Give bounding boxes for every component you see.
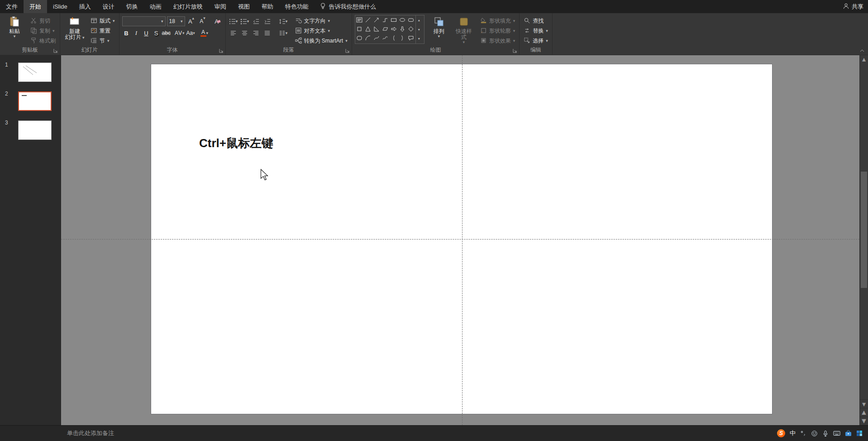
gallery-scroll-down-icon[interactable]: ▾ (416, 25, 422, 34)
align-text-button[interactable]: 对齐文本▾ (294, 26, 349, 36)
shape-left-brace-icon[interactable] (390, 34, 398, 43)
section-button[interactable]: 节▾ (89, 36, 116, 46)
decrease-indent-button[interactable] (251, 16, 261, 26)
notes-placeholder[interactable]: 单击此处添加备注 (67, 429, 114, 437)
find-button[interactable]: 查找 (522, 16, 549, 26)
shape-rounded-rectangle-2-icon[interactable] (355, 34, 364, 43)
align-left-button[interactable] (229, 28, 238, 38)
slide-1-thumbnail[interactable] (18, 62, 52, 82)
ime-keyboard-icon[interactable] (833, 431, 840, 436)
copy-button[interactable]: 复制▾ (29, 26, 57, 36)
menu-tab-help[interactable]: 帮助 (256, 0, 279, 13)
clear-formatting-button[interactable]: A (213, 16, 223, 26)
menu-tab-special-features[interactable]: 特色功能 (279, 0, 315, 13)
shape-arrow-down-icon[interactable] (398, 24, 407, 34)
text-direction-button[interactable]: 文字方向▾ (294, 16, 349, 26)
next-slide-button[interactable]: ▼ (860, 417, 868, 425)
slide-text[interactable]: Ctrl+鼠标左键 (199, 135, 273, 151)
paste-button[interactable]: 粘贴▾ (3, 15, 26, 38)
previous-slide-button[interactable]: ▲ (860, 408, 868, 417)
shape-rectangle-icon[interactable] (390, 15, 398, 24)
gallery-more-icon[interactable]: ▾ (416, 34, 422, 43)
align-center-button[interactable] (240, 28, 250, 38)
shape-line-icon[interactable] (364, 15, 372, 24)
character-spacing-button[interactable]: AV▾ (175, 28, 185, 38)
share-button[interactable]: 共享 (843, 0, 863, 13)
menu-tab-insert[interactable]: 插入 (73, 0, 97, 13)
grow-font-button[interactable]: A▴ (186, 16, 196, 26)
shape-right-triangle-icon[interactable] (372, 24, 381, 34)
arrange-button[interactable]: 排列▾ (427, 15, 451, 38)
replace-button[interactable]: 替换▾ (522, 26, 549, 36)
menu-tab-design[interactable]: 设计 (97, 0, 120, 13)
ime-punctuation-icon[interactable] (800, 430, 806, 436)
slide-3-thumbnail[interactable] (18, 120, 52, 140)
font-name-combo[interactable]: ▾ (122, 16, 166, 26)
scrollbar-thumb[interactable] (861, 172, 867, 288)
columns-button[interactable]: ▾ (278, 28, 288, 38)
scroll-up-icon[interactable]: ▴ (860, 55, 868, 63)
menu-tab-file[interactable]: 文件 (0, 0, 24, 13)
bullets-button[interactable]: ▾ (229, 16, 238, 26)
scroll-down-icon[interactable]: ▾ (860, 399, 868, 408)
menu-tab-transitions[interactable]: 切换 (120, 0, 144, 13)
shape-triangle-icon[interactable] (364, 24, 372, 34)
select-button[interactable]: 选择▾ (522, 36, 549, 46)
cut-button[interactable]: 剪切 (29, 16, 57, 26)
strikethrough-button[interactable]: abc (162, 28, 171, 38)
shape-callout-icon[interactable] (407, 34, 415, 43)
layout-button[interactable]: 版式▾ (89, 16, 116, 26)
shape-elbow-connector-icon[interactable] (381, 15, 390, 24)
menu-tab-islide[interactable]: iSlide (47, 0, 73, 13)
line-spacing-button[interactable]: ▾ (278, 16, 288, 26)
shape-scribble-icon[interactable] (381, 34, 390, 43)
shape-parallelogram-icon[interactable] (381, 24, 390, 34)
change-case-button[interactable]: Aa▾ (186, 28, 195, 38)
collapse-ribbon-button[interactable] (858, 48, 866, 54)
clipboard-dialog-launcher-icon[interactable] (53, 48, 58, 53)
menu-tab-slideshow[interactable]: 幻灯片放映 (167, 0, 209, 13)
ime-voice-icon[interactable] (822, 430, 829, 437)
menu-tab-review[interactable]: 审阅 (209, 0, 232, 13)
sogou-logo-icon[interactable]: S (777, 429, 785, 437)
font-dialog-launcher-icon[interactable] (219, 48, 224, 53)
format-painter-button[interactable]: 格式刷 (29, 36, 57, 46)
editing-canvas[interactable]: Ctrl+鼠标左键 (61, 55, 859, 425)
reset-button[interactable]: 重置 (89, 26, 116, 36)
font-size-combo[interactable]: 18▾ (167, 16, 185, 26)
shape-oval-icon[interactable] (398, 15, 407, 24)
justify-button[interactable] (262, 28, 272, 38)
quick-styles-button[interactable]: 快速样式▾ (453, 15, 474, 44)
menu-tab-view[interactable]: 视图 (232, 0, 256, 13)
tell-me-box[interactable]: 告诉我你想做什么 (315, 0, 382, 13)
vertical-scrollbar[interactable]: ▴ ▾ ▲ ▼ (859, 55, 868, 425)
shape-outline-button[interactable]: 形状轮廓▾ (479, 26, 517, 36)
shape-diamond-icon[interactable] (407, 24, 415, 34)
shape-arc-icon[interactable] (364, 34, 372, 43)
align-right-button[interactable] (251, 28, 261, 38)
drawing-dialog-launcher-icon[interactable] (512, 48, 518, 53)
bold-button[interactable]: B (122, 28, 131, 38)
text-shadow-button[interactable]: S (152, 28, 161, 38)
ime-language-toggle[interactable]: 中 (790, 429, 796, 437)
shape-curve-icon[interactable] (372, 34, 381, 43)
underline-button[interactable]: U (142, 28, 151, 38)
new-slide-button[interactable]: 新建幻灯片 ▾ (63, 15, 86, 40)
ime-emoji-icon[interactable] (811, 430, 818, 437)
slide[interactable]: Ctrl+鼠标左键 (151, 64, 772, 414)
menu-tab-home[interactable]: 开始 (24, 0, 47, 13)
menu-tab-animations[interactable]: 动画 (144, 0, 167, 13)
shape-textbox-icon[interactable] (355, 15, 364, 24)
ime-apps-grid-icon[interactable] (856, 430, 863, 436)
shape-fill-button[interactable]: 形状填充▾ (479, 16, 517, 26)
convert-to-smartart-button[interactable]: 转换为 SmartArt▾ (294, 36, 349, 46)
paragraph-dialog-launcher-icon[interactable] (345, 48, 350, 53)
shape-arrow-right-icon[interactable] (390, 24, 398, 34)
ime-toolbox-icon[interactable] (845, 430, 852, 436)
shape-rounded-rectangle-icon[interactable] (407, 15, 415, 24)
gallery-scroll-up-icon[interactable]: ▴ (416, 15, 422, 25)
increase-indent-button[interactable] (262, 16, 272, 26)
shape-right-brace-icon[interactable] (398, 34, 407, 43)
numbering-button[interactable]: ▾ (240, 16, 250, 26)
shrink-font-button[interactable]: A▾ (198, 16, 208, 26)
